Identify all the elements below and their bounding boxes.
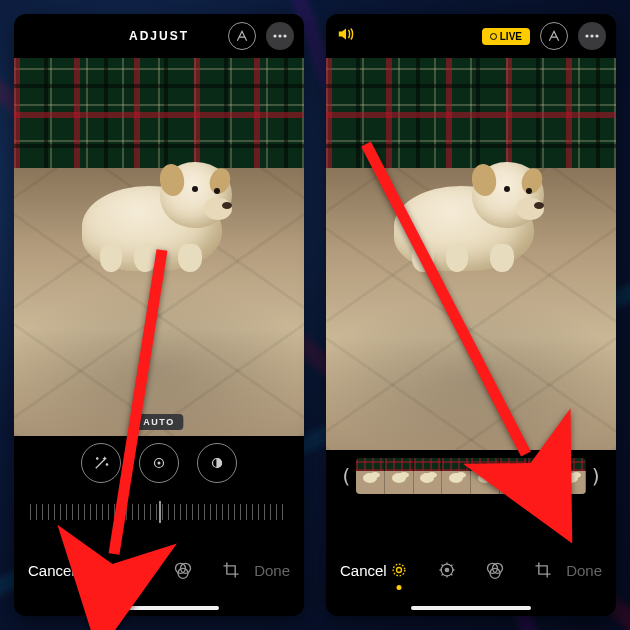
exposure-button[interactable] xyxy=(139,443,179,483)
svg-point-17 xyxy=(595,34,598,37)
svg-point-8 xyxy=(85,568,90,573)
frame-thumb[interactable] xyxy=(557,458,586,494)
done-button[interactable]: Done xyxy=(254,562,290,579)
top-bar: ADJUST xyxy=(14,14,304,58)
done-button[interactable]: Done xyxy=(566,562,602,579)
photo-puppy xyxy=(74,158,244,278)
auto-badge[interactable]: AUTO xyxy=(134,414,183,430)
adjust-tab-icon[interactable] xyxy=(436,559,458,581)
frame-thumb[interactable] xyxy=(528,458,557,494)
volume-icon[interactable] xyxy=(336,26,356,46)
edit-mode-tabs xyxy=(76,559,242,581)
svg-point-19 xyxy=(393,564,405,576)
home-indicator[interactable] xyxy=(411,606,531,610)
frame-thumb[interactable] xyxy=(500,458,529,494)
filters-tab-icon[interactable] xyxy=(172,559,194,581)
crop-tab-icon[interactable] xyxy=(532,559,554,581)
adjust-slider[interactable] xyxy=(14,490,304,532)
cancel-button[interactable]: Cancel xyxy=(28,562,75,579)
photo-preview[interactable] xyxy=(326,58,616,450)
markup-icon[interactable] xyxy=(228,22,256,50)
live-tab-icon[interactable] xyxy=(388,559,410,581)
svg-point-11 xyxy=(133,568,136,571)
key-photo-scrubber[interactable]: ( ) xyxy=(326,450,616,502)
svg-point-2 xyxy=(283,34,286,37)
frame-strip[interactable] xyxy=(356,458,586,494)
svg-point-0 xyxy=(273,34,276,37)
slider-ticks xyxy=(30,504,288,520)
svg-point-18 xyxy=(397,568,402,573)
bottom-bar: Cancel Done xyxy=(326,540,616,616)
frame-thumb[interactable] xyxy=(442,458,471,494)
frame-thumb[interactable] xyxy=(385,458,414,494)
more-icon[interactable] xyxy=(578,22,606,50)
photo-preview[interactable]: AUTO xyxy=(14,58,304,436)
svg-point-3 xyxy=(97,458,99,460)
frame-thumb[interactable] xyxy=(414,458,443,494)
bottom-bar: Cancel Done xyxy=(14,540,304,616)
phone-editor-live: LIVE ( xyxy=(326,14,616,616)
adjust-tab-icon[interactable] xyxy=(124,559,146,581)
brilliance-button[interactable] xyxy=(197,443,237,483)
filters-tab-icon[interactable] xyxy=(484,559,506,581)
svg-point-1 xyxy=(278,34,281,37)
top-bar: LIVE xyxy=(326,14,616,58)
edit-mode-tabs xyxy=(388,559,554,581)
svg-point-9 xyxy=(81,564,93,576)
frame-thumb[interactable] xyxy=(471,458,500,494)
home-indicator[interactable] xyxy=(99,606,219,610)
phone-editor-adjust: ADJUST AUTO xyxy=(14,14,304,616)
svg-point-4 xyxy=(106,464,108,466)
scrubber-right-handle[interactable]: ) xyxy=(590,464,602,488)
live-tab-icon[interactable] xyxy=(76,559,98,581)
svg-point-15 xyxy=(585,34,588,37)
more-icon[interactable] xyxy=(266,22,294,50)
live-badge[interactable]: LIVE xyxy=(482,28,530,45)
adjust-tools-row xyxy=(14,436,304,490)
crop-tab-icon[interactable] xyxy=(220,559,242,581)
svg-point-16 xyxy=(590,34,593,37)
auto-enhance-button[interactable] xyxy=(81,443,121,483)
scrubber-left-handle[interactable]: ( xyxy=(340,464,352,488)
tutorial-stage: ADJUST AUTO xyxy=(0,0,630,630)
svg-point-21 xyxy=(445,568,448,571)
photo-puppy xyxy=(386,158,556,278)
markup-icon[interactable] xyxy=(540,22,568,50)
cancel-button[interactable]: Cancel xyxy=(340,562,387,579)
frame-thumb[interactable] xyxy=(356,458,385,494)
svg-point-6 xyxy=(158,462,160,464)
